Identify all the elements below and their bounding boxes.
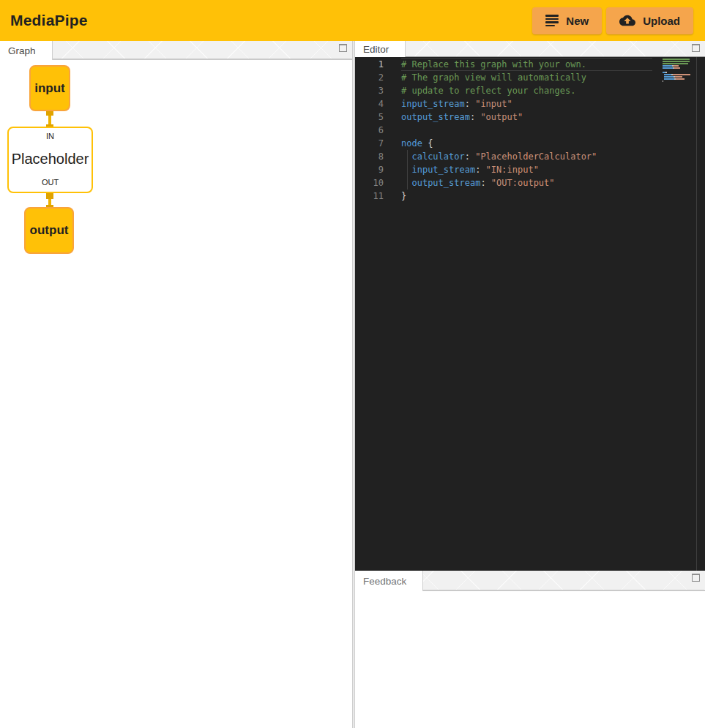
editor-tab-row: Editor [355,41,705,57]
line-content: # The graph view will automatically [401,71,652,84]
graph-node-placeholder[interactable]: IN Placeholder OUT [7,127,93,193]
line-content: } [401,189,652,203]
line-number: 5 [355,110,401,124]
line-number: 6 [355,124,401,137]
tab-graph[interactable]: Graph [0,41,53,60]
editor-line-6[interactable]: 6 [355,124,652,137]
graph-tab-row: Graph [0,41,352,60]
line-content: # update to reflect your changes. [401,84,652,97]
new-button[interactable]: New [532,7,602,34]
line-content: input_stream: "input" [401,97,652,110]
line-content: output_stream: "output" [401,110,652,124]
editor-line-3[interactable]: 3# update to reflect your changes. [355,84,652,97]
graph-canvas[interactable]: input IN Placeholder OUT output [0,60,352,728]
new-button-label: New [566,15,589,27]
upload-button[interactable]: Upload [606,7,693,34]
graph-node-input[interactable]: input [29,65,70,111]
line-number: 2 [355,71,401,84]
line-number: 9 [355,163,401,176]
graph-node-output[interactable]: output [24,207,74,254]
placeholder-node-label: Placeholder [12,151,89,168]
graph-panel: Graph input IN Placeholder [0,41,352,728]
feedback-panel-body [355,591,705,728]
code-editor[interactable]: 1# Replace this graph with your own.2# T… [355,57,705,571]
mediapipe-visualizer-app: MediaPipe New Upload Graph [0,0,705,728]
right-panel: Editor 1# Replace this graph with your o… [355,41,705,728]
line-number: 11 [355,189,401,203]
line-number: 1 [355,58,401,71]
line-number: 10 [355,176,401,189]
line-content: # Replace this graph with your own. [401,58,652,71]
editor-line-5[interactable]: 5output_stream: "output" [355,110,652,124]
editor-minimap[interactable] [663,59,690,83]
line-content: output_stream: "OUT:output" [401,176,652,189]
minimap-line [663,63,690,64]
minimap-line [663,72,690,73]
placeholder-in-label: IN [46,132,54,140]
cloud-upload-icon [619,14,635,27]
editor-line-9[interactable]: 9 input_stream: "IN:input" [355,163,652,176]
tab-feedback[interactable]: Feedback [355,571,423,591]
minimap-line [663,67,690,69]
placeholder-out-label: OUT [42,178,59,187]
app-title: MediaPipe [10,12,88,29]
minimap-line [663,65,690,67]
line-content: input_stream: "IN:input" [401,163,652,176]
editor-tab-label: Editor [363,44,389,55]
editor-line-7[interactable]: 7node { [355,137,652,150]
editor-line-8[interactable]: 8 calculator: "PlaceholderCalculator" [355,150,652,163]
main-split: Graph input IN Placeholder [0,41,705,728]
feedback-tab-row: Feedback [355,571,705,591]
minimap-line [663,59,690,60]
minimap-line [663,78,690,80]
minimap-line [663,61,690,62]
output-node-label: output [30,223,69,238]
minimap-line [663,76,690,78]
subject-icon [545,15,559,26]
tab-editor[interactable]: Editor [355,41,406,57]
line-content [401,124,652,137]
header-buttons: New Upload [532,7,693,34]
editor-maximize-icon[interactable] [692,44,700,52]
line-number: 4 [355,97,401,110]
feedback-tab-label: Feedback [363,576,406,587]
feedback-maximize-icon[interactable] [692,574,700,582]
input-node-label: input [34,81,65,96]
minimap-line [663,80,690,82]
graph-maximize-icon[interactable] [339,44,347,52]
editor-line-1[interactable]: 1# Replace this graph with your own. [355,58,652,71]
line-content: calculator: "PlaceholderCalculator" [401,150,652,163]
editor-line-2[interactable]: 2# The graph view will automatically [355,71,652,84]
app-header: MediaPipe New Upload [0,0,705,41]
minimap-line [663,70,690,71]
editor-line-4[interactable]: 4input_stream: "input" [355,97,652,110]
editor-line-10[interactable]: 10 output_stream: "OUT:output" [355,176,652,189]
editor-code-lines[interactable]: 1# Replace this graph with your own.2# T… [355,57,652,203]
minimap-line [663,74,690,75]
graph-tab-label: Graph [8,45,36,56]
line-number: 8 [355,150,401,163]
upload-button-label: Upload [643,15,680,27]
editor-scrollbar[interactable] [696,57,697,571]
line-number: 3 [355,84,401,97]
editor-line-11[interactable]: 11} [355,189,652,203]
line-number: 7 [355,137,401,150]
line-content: node { [401,137,652,150]
